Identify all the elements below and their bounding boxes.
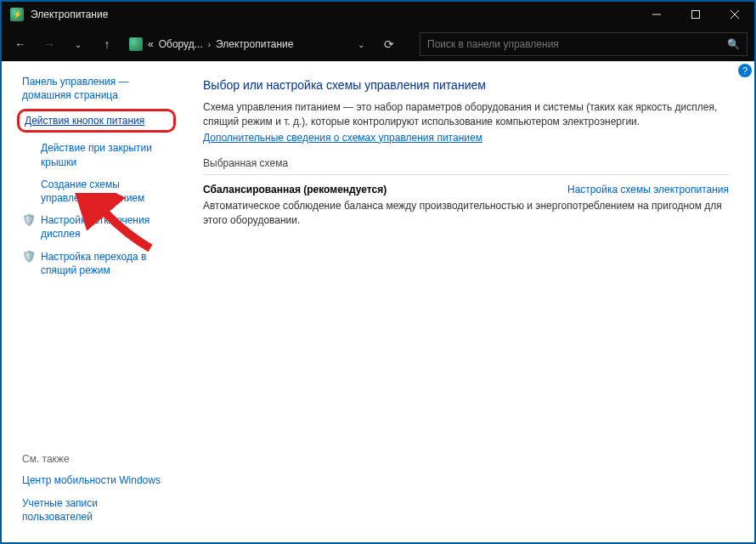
plan-name: Сбалансированная (рекомендуется) [203,184,386,196]
recent-dropdown[interactable]: ⌄ [66,32,90,56]
address-icon [129,37,143,51]
plan-settings-link[interactable]: Настройка схемы электропитания [567,184,729,196]
svg-rect-1 [692,11,700,19]
app-icon: ⚡ [10,8,24,21]
address-dropdown[interactable]: ⌄ [350,32,372,56]
plan-description: Автоматическое соблюдение баланса между … [203,199,729,228]
search-box[interactable]: 🔍 [420,32,748,56]
sidebar-user-accounts[interactable]: Учетные записи пользователей [22,496,171,524]
highlight-annotation: Действия кнопок питания [17,109,176,133]
refresh-button[interactable]: ⟳ [377,32,401,56]
page-heading: Выбор или настройка схемы управления пит… [203,78,729,92]
sidebar-sleep-mode-label: Настройка перехода в спящий режим [41,250,171,277]
sidebar-display-off[interactable]: 🛡️ Настройка отключения дисплея [22,213,171,241]
close-button[interactable] [715,2,754,27]
section-selected-plan: Выбранная схема [203,157,729,175]
shield-icon: 🛡️ [22,213,36,227]
shield-icon: 🛡️ [22,250,36,264]
breadcrumb-1[interactable]: Оборуд... [159,38,203,50]
search-icon[interactable]: 🔍 [727,38,740,50]
titlebar: ⚡ Электропитание [2,2,754,27]
help-button[interactable]: ? [738,64,752,77]
sidebar-create-plan-label: Создание схемы управления питанием [41,178,171,205]
address-bar[interactable]: « Оборуд... › Электропитание [124,32,345,56]
sidebar-mobility-center[interactable]: Центр мобильности Windows [22,473,171,487]
navbar: ← → ⌄ ↑ « Оборуд... › Электропитание ⌄ ⟳… [2,27,754,61]
main-pane: Выбор или настройка схемы управления пит… [183,61,754,542]
sidebar-lid-action[interactable]: Действие при закрытии крышки [22,141,171,168]
sidebar-power-buttons-action[interactable]: Действия кнопок питания [25,115,144,127]
back-button[interactable]: ← [8,32,32,56]
control-panel-home-link[interactable]: Панель управления — домашняя страница [22,75,171,102]
maximize-button[interactable] [676,2,715,27]
window-title: Электропитание [31,8,637,20]
more-info-link[interactable]: Дополнительные сведения о схемах управле… [203,132,482,144]
sidebar-create-plan[interactable]: Создание схемы управления питанием [22,178,171,205]
up-button[interactable]: ↑ [95,32,119,56]
see-also-label: См. также [22,453,171,465]
forward-button[interactable]: → [37,32,61,56]
minimize-button[interactable] [637,2,676,27]
sidebar-display-off-label: Настройка отключения дисплея [41,213,171,241]
chevron-right-icon[interactable]: › [208,40,211,49]
search-input[interactable] [427,38,727,50]
sidebar-lid-action-label: Действие при закрытии крышки [41,141,171,168]
page-description: Схема управления питанием — это набор па… [203,100,729,130]
sidebar-mobility-center-label: Центр мобильности Windows [22,473,161,487]
sidebar-sleep-mode[interactable]: 🛡️ Настройка перехода в спящий режим [22,250,171,277]
address-prefix: « [148,38,154,50]
breadcrumb-2[interactable]: Электропитание [216,38,293,50]
sidebar: Панель управления — домашняя страница Де… [2,61,183,542]
sidebar-user-accounts-label: Учетные записи пользователей [22,496,171,524]
